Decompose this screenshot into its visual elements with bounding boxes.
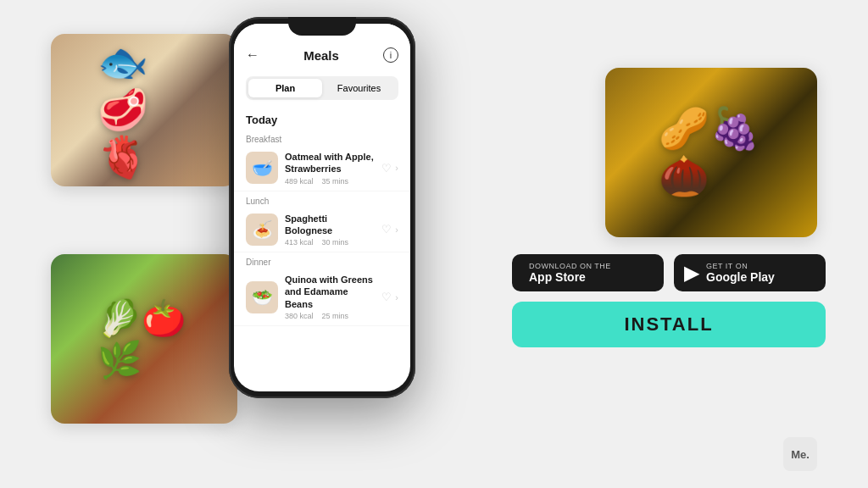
meal-name: Oatmeal with Apple, Strawberries (285, 151, 375, 175)
meal-actions: ♡ › (381, 162, 398, 175)
store-buttons: Download on the App Store ▶ GET IT ON Go… (512, 254, 826, 291)
me-logo: Me. (783, 437, 817, 471)
meal-item-oatmeal[interactable]: 🥣 Oatmeal with Apple, Strawberries 489 k… (234, 146, 410, 191)
tab-bar: Plan Favourites (246, 76, 398, 100)
meal-actions: ♡ › (381, 291, 398, 303)
app-store-name: App Store (529, 270, 611, 285)
screen-title: Meals (303, 48, 339, 63)
meal-item-spaghetti[interactable]: 🍝 Spaghetti Bolognese 413 kcal 30 mins ♡… (234, 208, 410, 253)
food-image-nuts (605, 68, 817, 237)
section-today: Today (234, 107, 410, 130)
meal-name: Quinoa with Greens and Edamame Beans (285, 274, 375, 310)
meal-image-spaghetti: 🍝 (246, 214, 278, 246)
meal-info-spaghetti: Spaghetti Bolognese 413 kcal 30 mins (278, 213, 381, 247)
meal-image-quinoa: 🥗 (246, 281, 278, 313)
meal-name: Spaghetti Bolognese (285, 213, 375, 237)
tab-plan[interactable]: Plan (248, 79, 322, 97)
favourite-button[interactable]: ♡ (381, 291, 392, 303)
google-play-label: GET IT ON (706, 262, 775, 270)
google-play-button[interactable]: ▶ GET IT ON Google Play (674, 254, 826, 291)
favourite-button[interactable]: ♡ (381, 223, 392, 236)
detail-arrow: › (395, 163, 398, 173)
favourite-button[interactable]: ♡ (381, 162, 392, 175)
right-panel: Download on the App Store ▶ GET IT ON Go… (512, 254, 826, 347)
google-play-name: Google Play (706, 270, 775, 285)
category-lunch: Lunch (234, 191, 410, 208)
app-store-label: Download on the (529, 262, 611, 270)
meal-actions: ♡ › (381, 223, 398, 236)
back-button[interactable]: ← (246, 47, 259, 63)
category-breakfast: Breakfast (234, 130, 410, 146)
category-dinner: Dinner (234, 252, 410, 269)
meal-meta: 413 kcal 30 mins (285, 238, 375, 247)
app-store-button[interactable]: Download on the App Store (512, 254, 664, 291)
phone-mockup: ← Meals i Plan Favourites Today Breakfas… (229, 17, 415, 398)
detail-arrow: › (395, 292, 398, 302)
meal-image-oatmeal: 🥣 (246, 152, 278, 184)
food-image-vegetables (51, 254, 237, 424)
meal-meta: 380 kcal 25 mins (285, 312, 375, 320)
info-button[interactable]: i (383, 47, 398, 63)
install-button[interactable]: INSTALL (512, 302, 826, 347)
meal-meta: 489 kcal 35 mins (285, 177, 375, 186)
google-play-icon: ▶ (684, 261, 699, 285)
phone-notch (288, 17, 356, 36)
phone-screen: ← Meals i Plan Favourites Today Breakfas… (234, 24, 410, 391)
meal-info-quinoa: Quinoa with Greens and Edamame Beans 380… (278, 274, 381, 320)
food-image-fish (51, 34, 237, 186)
meal-item-quinoa[interactable]: 🥗 Quinoa with Greens and Edamame Beans 3… (234, 269, 410, 326)
detail-arrow: › (395, 225, 398, 235)
meal-info-oatmeal: Oatmeal with Apple, Strawberries 489 kca… (278, 151, 381, 186)
tab-favourites[interactable]: Favourites (322, 79, 396, 97)
